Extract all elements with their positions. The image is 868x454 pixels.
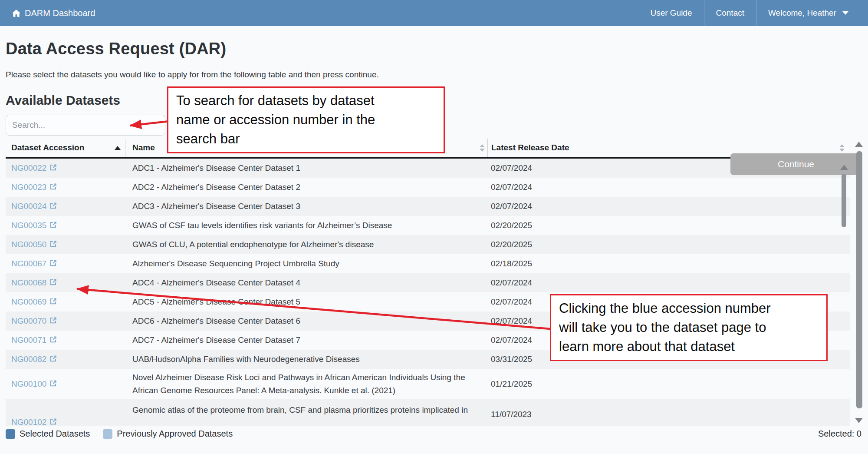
table-row: NG00023ADC2 - Alzheimer's Disease Center… (6, 178, 850, 197)
nav-contact[interactable]: Contact (704, 0, 756, 26)
dataset-name-cell: ADC2 - Alzheimer's Disease Center Datase… (125, 181, 487, 194)
external-link-icon[interactable] (49, 317, 57, 324)
dataset-name-cell: ADC1 - Alzheimer's Disease Center Datase… (125, 162, 487, 175)
dataset-accession-cell: NG00102 (6, 418, 125, 426)
external-link-icon[interactable] (49, 380, 57, 387)
table-scrollbar-thumb[interactable] (842, 174, 846, 227)
sort-icon[interactable] (480, 144, 485, 152)
selected-swatch-icon (6, 429, 15, 439)
datasets-table: Dataset Accession Name Latest Release Da… (6, 139, 850, 426)
dataset-accession-link[interactable]: NG00082 (11, 355, 46, 364)
dataset-accession-link[interactable]: NG00024 (11, 202, 46, 211)
annotation-line: will take you to the dataset page to (559, 318, 819, 337)
dataset-accession-cell: NG00035 (6, 221, 125, 230)
dataset-name-cell: UAB/HudsonAlpha Families with Neurodegen… (125, 353, 487, 366)
selected-count: Selected: 0 (818, 429, 861, 439)
dataset-accession-link[interactable]: NG00035 (11, 221, 46, 230)
sort-ascending-icon[interactable] (115, 146, 121, 150)
dataset-accession-cell: NG00023 (6, 182, 125, 192)
search-input[interactable] (6, 115, 165, 136)
dataset-name-cell: Alzheimer's Disease Sequencing Project U… (125, 257, 487, 270)
external-link-icon[interactable] (49, 355, 57, 362)
dataset-accession-cell: NG00069 (6, 297, 125, 307)
external-link-icon[interactable] (49, 240, 57, 248)
dataset-name-cell: ADC3 - Alzheimer's Disease Center Datase… (125, 200, 487, 213)
external-link-icon[interactable] (49, 278, 57, 286)
dataset-name-cell: ADC5 - Alzheimer's Disease Center Datase… (125, 295, 487, 308)
annotation-line: To search for datasets by dataset (176, 91, 436, 110)
caret-down-icon (842, 11, 848, 15)
external-link-icon[interactable] (49, 298, 57, 305)
annotation-search-callout: To search for datasets by dataset name o… (167, 86, 445, 153)
external-link-icon[interactable] (49, 164, 57, 171)
dataset-accession-cell: NG00082 (6, 355, 125, 364)
dataset-accession-cell: NG00071 (6, 335, 125, 345)
annotation-line: search bar (176, 129, 436, 149)
annotation-line: name or accession number in the (176, 110, 436, 129)
table-row: NG00022ADC1 - Alzheimer's Disease Center… (6, 159, 850, 178)
sort-icon[interactable] (839, 144, 845, 152)
legend-bar: Selected Datasets Previously Approved Da… (6, 428, 861, 440)
dataset-accession-link[interactable]: NG00100 (11, 379, 46, 389)
legend-label: Previously Approved Datasets (117, 429, 233, 439)
legend-previously-approved-datasets: Previously Approved Datasets (103, 429, 233, 439)
column-header-label: Name (132, 143, 155, 152)
dataset-accession-cell: NG00070 (6, 316, 125, 326)
approved-swatch-icon (103, 429, 112, 439)
dataset-accession-cell: NG00022 (6, 163, 125, 173)
navbar-links: User Guide Contact Welcome, Heather (638, 0, 868, 26)
table-scrollbar-up-icon[interactable] (840, 165, 848, 170)
latest-release-date-cell: 02/07/2024 (487, 278, 850, 288)
latest-release-date-cell: 01/21/2025 (487, 379, 850, 389)
column-header-label: Latest Release Date (491, 143, 569, 152)
dataset-accession-link[interactable]: NG00069 (11, 297, 46, 307)
user-menu[interactable]: Welcome, Heather (756, 0, 860, 26)
page-subtitle: Please select the datasets you would lik… (6, 70, 861, 80)
dataset-accession-link[interactable]: NG00050 (11, 240, 46, 249)
dataset-accession-link[interactable]: NG00023 (11, 182, 46, 192)
page-scrollbar-thumb[interactable] (856, 151, 862, 408)
nav-user-guide-label: User Guide (650, 8, 692, 18)
dataset-accession-link[interactable]: NG00022 (11, 163, 46, 173)
dataset-accession-cell: NG00050 (6, 240, 125, 249)
dataset-accession-cell: NG00024 (6, 202, 125, 211)
dataset-accession-link[interactable]: NG00071 (11, 335, 46, 345)
external-link-icon[interactable] (49, 202, 57, 209)
top-navbar: DARM Dashboard User Guide Contact Welcom… (0, 0, 868, 26)
table-row: NG00024ADC3 - Alzheimer's Disease Center… (6, 197, 850, 216)
page-title: Data Access Request (DAR) (6, 39, 861, 59)
dataset-accession-link[interactable]: NG00102 (11, 418, 46, 426)
home-icon (12, 9, 20, 17)
latest-release-date-cell: 02/07/2024 (487, 202, 850, 211)
brand-home-link[interactable]: DARM Dashboard (0, 0, 95, 26)
page-scrollbar-up-icon[interactable] (855, 142, 863, 147)
dataset-name-cell: GWAS of CLU, A potential endophenotype f… (125, 238, 487, 251)
dataset-accession-link[interactable]: NG00067 (11, 259, 46, 268)
page-scrollbar-down-icon[interactable] (855, 418, 863, 423)
dataset-name-cell: Novel Alzheimer Disease Risk Loci and Pa… (125, 371, 487, 397)
user-menu-label: Welcome, Heather (768, 8, 836, 18)
external-link-icon[interactable] (49, 336, 57, 343)
latest-release-date-cell: 11/07/2023 (487, 410, 850, 419)
nav-user-guide[interactable]: User Guide (638, 0, 704, 26)
continue-button[interactable]: Continue (730, 153, 861, 175)
external-link-icon[interactable] (49, 259, 57, 267)
latest-release-date-cell: 02/07/2024 (487, 182, 850, 192)
dataset-name-cell: ADC6 - Alzheimer's Disease Center Datase… (125, 315, 487, 328)
annotation-line: learn more about that dataset (559, 337, 819, 356)
external-link-icon[interactable] (49, 183, 57, 190)
dataset-name-cell: ADC4 - Alzheimer's Disease Center Datase… (125, 276, 487, 289)
dataset-accession-link[interactable]: NG00068 (11, 278, 46, 288)
dataset-accession-cell: NG00100 (6, 379, 125, 389)
table-row: NG00100Novel Alzheimer Disease Risk Loci… (6, 369, 850, 399)
external-link-icon[interactable] (49, 221, 57, 229)
dataset-name-cell: GWAS of CSF tau levels identifies risk v… (125, 219, 487, 232)
column-header-label: Dataset Accession (11, 143, 84, 152)
column-header-dataset-accession[interactable]: Dataset Accession (6, 139, 125, 157)
table-row: NG00102Genomic atlas of the proteome fro… (6, 399, 850, 426)
dataset-accession-link[interactable]: NG00070 (11, 316, 46, 326)
dataset-accession-cell: NG00067 (6, 259, 125, 268)
external-link-icon[interactable] (49, 418, 57, 425)
legend-label: Selected Datasets (20, 429, 90, 439)
legend-selected-datasets: Selected Datasets (6, 429, 90, 439)
